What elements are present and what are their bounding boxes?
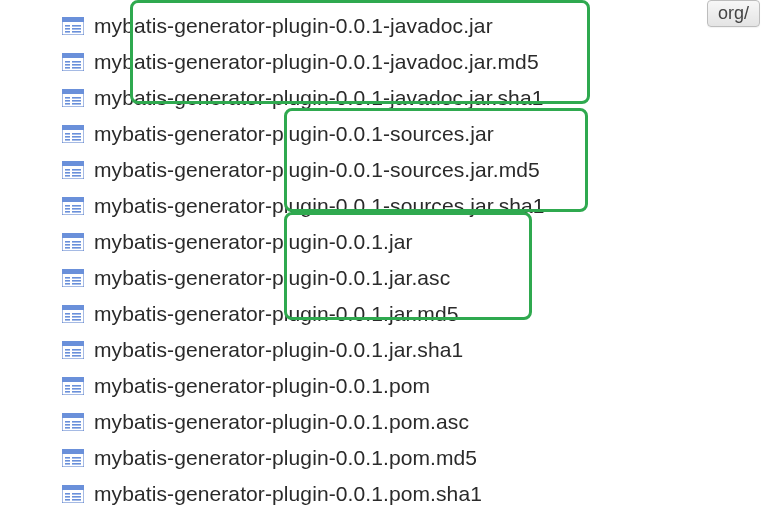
svg-rect-102 bbox=[72, 460, 81, 462]
file-icon bbox=[62, 89, 84, 107]
file-row[interactable]: mybatis-generator-plugin-0.0.1.jar.asc bbox=[62, 260, 768, 296]
svg-rect-25 bbox=[62, 125, 84, 130]
svg-rect-49 bbox=[62, 233, 84, 238]
file-row[interactable]: mybatis-generator-plugin-0.0.1.jar.sha1 bbox=[62, 332, 768, 368]
svg-rect-79 bbox=[72, 355, 81, 357]
svg-rect-44 bbox=[65, 211, 70, 213]
svg-rect-109 bbox=[72, 493, 81, 495]
repository-file-list: mybatis-generator-plugin-0.0.1-javadoc.j… bbox=[0, 0, 768, 509]
svg-rect-13 bbox=[72, 61, 81, 63]
svg-rect-46 bbox=[72, 208, 81, 210]
svg-rect-21 bbox=[72, 97, 81, 99]
svg-rect-110 bbox=[72, 496, 81, 498]
svg-rect-111 bbox=[72, 499, 81, 501]
svg-rect-15 bbox=[72, 67, 81, 69]
svg-rect-97 bbox=[62, 449, 84, 454]
svg-rect-4 bbox=[65, 31, 70, 33]
file-row[interactable]: mybatis-generator-plugin-0.0.1.pom.md5 bbox=[62, 440, 768, 476]
file-name: mybatis-generator-plugin-0.0.1-javadoc.j… bbox=[94, 14, 493, 38]
file-row[interactable]: mybatis-generator-plugin-0.0.1-javadoc.j… bbox=[62, 44, 768, 80]
svg-rect-95 bbox=[72, 427, 81, 429]
file-row[interactable]: mybatis-generator-plugin-0.0.1-sources.j… bbox=[62, 116, 768, 152]
file-name: mybatis-generator-plugin-0.0.1.pom.sha1 bbox=[94, 482, 482, 506]
svg-rect-66 bbox=[65, 313, 70, 315]
svg-rect-67 bbox=[65, 316, 70, 318]
file-row[interactable]: mybatis-generator-plugin-0.0.1-sources.j… bbox=[62, 152, 768, 188]
svg-rect-19 bbox=[65, 100, 70, 102]
svg-rect-11 bbox=[65, 64, 70, 66]
svg-rect-7 bbox=[72, 31, 81, 33]
svg-rect-92 bbox=[65, 427, 70, 429]
file-row[interactable]: mybatis-generator-plugin-0.0.1.pom bbox=[62, 368, 768, 404]
svg-rect-85 bbox=[72, 385, 81, 387]
org-path-button[interactable]: org/ bbox=[707, 0, 760, 27]
file-icon bbox=[62, 233, 84, 251]
svg-rect-62 bbox=[72, 280, 81, 282]
file-icon bbox=[62, 161, 84, 179]
file-name: mybatis-generator-plugin-0.0.1.pom.md5 bbox=[94, 446, 477, 470]
svg-rect-82 bbox=[65, 385, 70, 387]
svg-rect-71 bbox=[72, 319, 81, 321]
file-icon bbox=[62, 197, 84, 215]
svg-rect-29 bbox=[72, 133, 81, 135]
svg-rect-81 bbox=[62, 377, 84, 382]
svg-rect-14 bbox=[72, 64, 81, 66]
file-row[interactable]: mybatis-generator-plugin-0.0.1-javadoc.j… bbox=[62, 8, 768, 44]
svg-rect-47 bbox=[72, 211, 81, 213]
svg-rect-26 bbox=[65, 133, 70, 135]
svg-rect-43 bbox=[65, 208, 70, 210]
svg-rect-35 bbox=[65, 172, 70, 174]
file-name: mybatis-generator-plugin-0.0.1.jar.asc bbox=[94, 266, 450, 290]
svg-rect-45 bbox=[72, 205, 81, 207]
file-name: mybatis-generator-plugin-0.0.1.jar.md5 bbox=[94, 302, 458, 326]
svg-rect-105 bbox=[62, 485, 84, 490]
svg-rect-78 bbox=[72, 352, 81, 354]
file-name: mybatis-generator-plugin-0.0.1-sources.j… bbox=[94, 122, 494, 146]
svg-rect-91 bbox=[65, 424, 70, 426]
svg-rect-83 bbox=[65, 388, 70, 390]
file-name: mybatis-generator-plugin-0.0.1-sources.j… bbox=[94, 158, 540, 182]
file-row[interactable]: mybatis-generator-plugin-0.0.1.pom.sha1 bbox=[62, 476, 768, 509]
file-row[interactable]: mybatis-generator-plugin-0.0.1-javadoc.j… bbox=[62, 80, 768, 116]
svg-rect-60 bbox=[65, 283, 70, 285]
svg-rect-37 bbox=[72, 169, 81, 171]
svg-rect-50 bbox=[65, 241, 70, 243]
svg-rect-74 bbox=[65, 349, 70, 351]
svg-rect-76 bbox=[65, 355, 70, 357]
svg-rect-58 bbox=[65, 277, 70, 279]
svg-rect-27 bbox=[65, 136, 70, 138]
svg-rect-69 bbox=[72, 313, 81, 315]
svg-rect-31 bbox=[72, 139, 81, 141]
svg-rect-101 bbox=[72, 457, 81, 459]
svg-rect-77 bbox=[72, 349, 81, 351]
file-name: mybatis-generator-plugin-0.0.1-javadoc.j… bbox=[94, 50, 539, 74]
file-icon bbox=[62, 413, 84, 431]
svg-rect-99 bbox=[65, 460, 70, 462]
file-row[interactable]: mybatis-generator-plugin-0.0.1.jar.md5 bbox=[62, 296, 768, 332]
file-icon bbox=[62, 449, 84, 467]
svg-rect-68 bbox=[65, 319, 70, 321]
file-icon bbox=[62, 377, 84, 395]
svg-rect-107 bbox=[65, 496, 70, 498]
svg-rect-61 bbox=[72, 277, 81, 279]
svg-rect-87 bbox=[72, 391, 81, 393]
svg-rect-63 bbox=[72, 283, 81, 285]
file-icon bbox=[62, 269, 84, 287]
svg-rect-73 bbox=[62, 341, 84, 346]
svg-rect-98 bbox=[65, 457, 70, 459]
svg-rect-84 bbox=[65, 391, 70, 393]
svg-rect-94 bbox=[72, 424, 81, 426]
svg-rect-5 bbox=[72, 25, 81, 27]
file-icon bbox=[62, 17, 84, 35]
file-row[interactable]: mybatis-generator-plugin-0.0.1.jar bbox=[62, 224, 768, 260]
file-row[interactable]: mybatis-generator-plugin-0.0.1-sources.j… bbox=[62, 188, 768, 224]
svg-rect-51 bbox=[65, 244, 70, 246]
svg-rect-3 bbox=[65, 28, 70, 30]
svg-rect-65 bbox=[62, 305, 84, 310]
svg-rect-103 bbox=[72, 463, 81, 465]
svg-rect-6 bbox=[72, 28, 81, 30]
file-row[interactable]: mybatis-generator-plugin-0.0.1.pom.asc bbox=[62, 404, 768, 440]
svg-rect-9 bbox=[62, 53, 84, 58]
svg-rect-22 bbox=[72, 100, 81, 102]
svg-rect-70 bbox=[72, 316, 81, 318]
